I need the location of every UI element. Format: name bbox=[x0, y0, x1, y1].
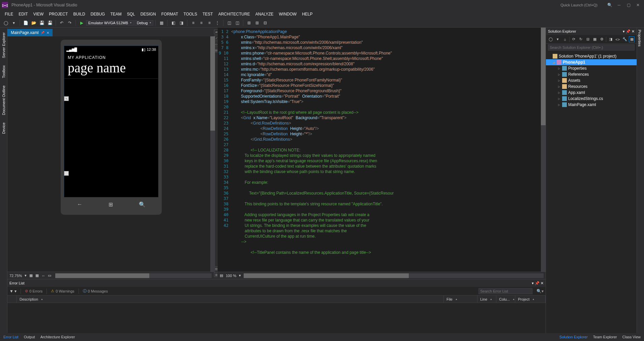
align-right-icon[interactable]: ≡ bbox=[206, 19, 213, 27]
save-icon[interactable]: 💾 bbox=[38, 19, 45, 27]
snap-icon[interactable]: ↔ bbox=[41, 274, 45, 278]
toolbar-icon[interactable]: ◨ bbox=[178, 19, 185, 27]
toolbar-icon[interactable]: ▦ bbox=[158, 19, 165, 27]
tree-node[interactable]: ▷Resources bbox=[546, 83, 637, 90]
open-icon[interactable]: 📂 bbox=[30, 19, 37, 27]
code-editor[interactable]: <phone:PhoneApplicationPage x:Class="Pho… bbox=[231, 28, 541, 272]
nav-back-icon[interactable]: ◯ bbox=[2, 19, 9, 27]
lefttab-toolbox[interactable]: Toolbox bbox=[1, 63, 6, 80]
grid-icon[interactable]: ▦ bbox=[29, 273, 33, 278]
search-icon[interactable]: 🔍 bbox=[606, 2, 614, 8]
dropdown-icon[interactable]: ▾ bbox=[532, 281, 534, 285]
back-icon[interactable]: ◯ bbox=[548, 36, 554, 42]
view-class-icon[interactable]: ▦ bbox=[629, 36, 635, 42]
tree-node[interactable]: ▷References bbox=[546, 71, 637, 77]
status-tab-solution[interactable]: Solution Explorer bbox=[559, 335, 588, 339]
toolbar-icon[interactable]: ◫ bbox=[225, 19, 233, 27]
errors-count[interactable]: ⊘0 Errors bbox=[25, 289, 42, 293]
status-tab-team[interactable]: Team Explorer bbox=[593, 335, 617, 339]
show-all-icon[interactable]: ▦ bbox=[592, 36, 597, 42]
error-search-input[interactable] bbox=[479, 288, 532, 294]
menu-tools[interactable]: TOOLS bbox=[181, 11, 200, 18]
split-icon[interactable]: ▤ bbox=[220, 273, 223, 278]
refresh-icon[interactable]: ↻ bbox=[578, 36, 584, 42]
search-icon[interactable]: 🔍▾ bbox=[536, 289, 544, 294]
collapse-icon[interactable]: ⊟ bbox=[585, 36, 591, 42]
minimize-button[interactable]: ─ bbox=[615, 2, 623, 8]
save-all-icon[interactable]: 💾 bbox=[46, 19, 54, 27]
splitter[interactable]: ⇄ ⤢ ▭ ▤ ▤ ▥ bbox=[215, 28, 218, 279]
new-project-icon[interactable]: 📄 bbox=[22, 19, 29, 27]
close-button[interactable]: ✕ bbox=[634, 2, 642, 8]
col-file[interactable]: File bbox=[444, 296, 478, 303]
menu-sql[interactable]: SQL bbox=[124, 11, 138, 18]
zoom-value[interactable]: 100 % bbox=[226, 274, 236, 278]
menu-format[interactable]: FORMAT bbox=[159, 11, 181, 18]
warnings-count[interactable]: ⚠0 Warnings bbox=[51, 289, 74, 293]
view-designer-icon[interactable]: 🔧 bbox=[622, 36, 627, 42]
tree-node[interactable]: ▷LocalizedStrings.cs bbox=[546, 96, 637, 102]
sync-icon[interactable]: ⟳ bbox=[571, 36, 577, 42]
effects-icon[interactable]: ▭ bbox=[48, 273, 51, 278]
properties-tab[interactable]: Properties bbox=[637, 28, 642, 48]
menu-analyze[interactable]: ANALYZE bbox=[253, 11, 276, 18]
toolbar-icon[interactable]: ◫ bbox=[234, 19, 241, 27]
col-icon[interactable] bbox=[7, 296, 17, 303]
dropdown-icon[interactable]: ▾ bbox=[623, 29, 625, 33]
pin-icon[interactable]: 📌 bbox=[41, 31, 44, 34]
menu-design[interactable]: DESIGN bbox=[138, 11, 159, 18]
align-center-icon[interactable]: ≡ bbox=[197, 19, 205, 27]
status-tab-class[interactable]: Class View bbox=[622, 335, 641, 339]
solution-search-input[interactable] bbox=[548, 44, 635, 50]
pin-icon[interactable]: 📌 bbox=[626, 29, 631, 33]
status-tab-errorlist[interactable]: Error List bbox=[3, 335, 19, 339]
nav-fwd-icon[interactable]: ▾ bbox=[10, 19, 18, 27]
status-tab-output[interactable]: Output bbox=[24, 335, 35, 339]
phone-page-name[interactable]: page name bbox=[64, 60, 158, 79]
align-left-icon[interactable]: ≡ bbox=[189, 19, 197, 27]
toolbar-icon[interactable]: ◧ bbox=[170, 19, 177, 27]
close-icon[interactable]: ✕ bbox=[632, 29, 635, 33]
close-icon[interactable]: ✕ bbox=[541, 281, 544, 285]
tree-node[interactable]: ▷MainPage.xaml bbox=[546, 102, 637, 108]
col-line[interactable]: Line bbox=[478, 296, 496, 303]
lefttab-device[interactable]: Device bbox=[1, 121, 6, 136]
scrollbar[interactable] bbox=[541, 28, 546, 272]
menu-debug[interactable]: DEBUG bbox=[88, 11, 108, 18]
menu-architecture[interactable]: ARCHITECTURE bbox=[216, 11, 253, 18]
phone-app-title[interactable]: MY APPLICATION bbox=[64, 53, 158, 60]
menu-team[interactable]: TEAM bbox=[108, 11, 124, 18]
properties-icon[interactable]: ⚙ bbox=[599, 36, 605, 42]
resize-handle[interactable] bbox=[64, 171, 69, 176]
menu-edit[interactable]: EDIT bbox=[16, 11, 30, 18]
undo-icon[interactable]: ↶ bbox=[58, 19, 65, 27]
toolbar-icon[interactable]: ⋮ bbox=[214, 19, 221, 27]
close-icon[interactable]: ✕ bbox=[47, 31, 49, 35]
designer-canvas[interactable]: ▂▄▆█ ▮▯ 12:38 MY APPLICATION page name ←… bbox=[7, 36, 215, 272]
home-icon[interactable]: ⌂ bbox=[562, 36, 568, 42]
tree-node[interactable]: ▷Assets bbox=[546, 77, 637, 83]
col-column[interactable]: Colu... bbox=[496, 296, 515, 303]
menu-test[interactable]: TEST bbox=[200, 11, 216, 18]
menu-project[interactable]: PROJECT bbox=[46, 11, 70, 18]
status-tab-arch[interactable]: Architecture Explorer bbox=[40, 335, 75, 339]
quick-launch[interactable]: Quick Launch (Ctrl+Q) bbox=[560, 3, 597, 7]
col-project[interactable]: Project bbox=[515, 296, 546, 303]
snap-icon[interactable]: ▦ bbox=[35, 273, 39, 278]
config-combo[interactable]: Debug bbox=[134, 20, 153, 26]
menu-view[interactable]: VIEW bbox=[31, 11, 47, 18]
toolbar-icon[interactable]: ⊞ bbox=[245, 19, 253, 27]
start-debug-button[interactable]: ▶ bbox=[78, 19, 85, 27]
zoom-value[interactable]: 72.75% bbox=[9, 274, 22, 278]
col-description[interactable]: Description bbox=[17, 296, 444, 303]
scrollbar[interactable] bbox=[210, 36, 215, 272]
project-node[interactable]: ◢ PhoneApp1 bbox=[546, 59, 637, 65]
filter-icon[interactable]: ▼ ▾ bbox=[9, 289, 17, 294]
run-target-combo[interactable]: Emulator WVGA 512MB bbox=[86, 20, 134, 26]
tab-mainpage[interactable]: MainPage.xaml 📌 ✕ bbox=[7, 29, 53, 36]
scrollbar[interactable] bbox=[244, 273, 544, 278]
menu-help[interactable]: HELP bbox=[299, 11, 315, 18]
menu-window[interactable]: WINDOW bbox=[276, 11, 300, 18]
toolbar-icon[interactable]: ⊞ bbox=[253, 19, 261, 27]
lefttab-server-explorer[interactable]: Server Explorer bbox=[1, 30, 6, 60]
